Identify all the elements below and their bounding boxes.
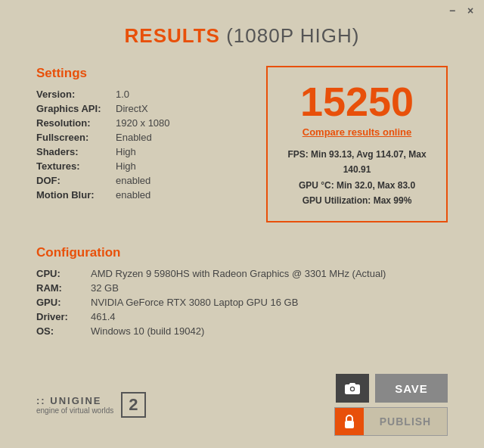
- screenshot-button[interactable]: [336, 374, 369, 403]
- config-label-os: OS:: [36, 325, 91, 337]
- settings-label-dof: DOF:: [36, 175, 116, 186]
- config-row-cpu: CPU: AMD Ryzen 9 5980HS with Radeon Grap…: [36, 268, 448, 279]
- gpu-util-stat: GPU Utilization: Max 99%: [283, 193, 431, 208]
- score-number: 15250: [283, 81, 431, 122]
- logo-brand: :: UNIGINE: [36, 395, 113, 406]
- settings-value-shaders: High: [116, 146, 136, 157]
- settings-label-fullscreen: Fullscreen:: [36, 132, 116, 143]
- settings-table: Version: 1.0 Graphics API: DirectX Resol…: [36, 89, 251, 201]
- svg-rect-2: [345, 421, 354, 428]
- config-value-driver: 461.4: [91, 311, 116, 322]
- results-word: RESULTS: [125, 24, 220, 47]
- score-stats: FPS: Min 93.13, Avg 114.07, Max 140.91 G…: [283, 147, 431, 209]
- settings-row-dof: DOF: enabled: [36, 175, 251, 186]
- fps-stat: FPS: Min 93.13, Avg 114.07, Max 140.91: [283, 147, 431, 178]
- settings-label-version: Version:: [36, 89, 116, 100]
- config-row-gpu: GPU: NVIDIA GeForce RTX 3080 Laptop GPU …: [36, 297, 448, 308]
- settings-heading: Settings: [36, 66, 251, 81]
- settings-label-api: Graphics API:: [36, 103, 116, 114]
- config-value-os: Windows 10 (build 19042): [91, 325, 204, 337]
- bottom-bar: :: UNIGINE engine of virtual worlds 2 SA…: [0, 365, 484, 448]
- lock-icon: [335, 407, 364, 436]
- settings-label-resolution: Resolution:: [36, 117, 116, 129]
- settings-row-textures: Textures: High: [36, 160, 251, 172]
- config-row-os: OS: Windows 10 (build 19042): [36, 325, 448, 337]
- gpu-temp-stat: GPU °C: Min 32.0, Max 83.0: [283, 178, 431, 193]
- settings-value-resolution: 1920 x 1080: [116, 117, 170, 129]
- lock-svg: [343, 414, 356, 429]
- config-row-ram: RAM: 32 GB: [36, 282, 448, 294]
- logo-dots: ::: [36, 395, 50, 406]
- settings-section: Settings Version: 1.0 Graphics API: Dire…: [36, 66, 251, 204]
- config-value-cpu: AMD Ryzen 9 5980HS with Radeon Graphics …: [91, 268, 386, 279]
- publish-label: PUBLISH: [364, 415, 447, 428]
- settings-value-dof: enabled: [116, 175, 150, 186]
- config-row-driver: Driver: 461.4: [36, 311, 448, 322]
- config-value-ram: 32 GB: [91, 282, 119, 294]
- configuration-section: Configuration CPU: AMD Ryzen 9 5980HS wi…: [36, 245, 448, 337]
- logo-area: :: UNIGINE engine of virtual worlds 2: [36, 392, 146, 418]
- preset-detail: (1080P HIGH): [226, 24, 359, 47]
- main-window: − × RESULTS (1080P HIGH) Settings Versio…: [0, 0, 484, 448]
- settings-row-shaders: Shaders: High: [36, 146, 251, 157]
- main-content: RESULTS (1080P HIGH) Settings Version: 1…: [0, 0, 484, 355]
- settings-value-textures: High: [116, 160, 136, 172]
- camera-icon: [344, 381, 361, 395]
- settings-value-version: 1.0: [116, 89, 129, 100]
- configuration-heading: Configuration: [36, 245, 448, 260]
- config-label-ram: RAM:: [36, 282, 91, 294]
- compare-results-link[interactable]: Compare results online: [283, 126, 431, 138]
- settings-value-api: DirectX: [116, 103, 148, 114]
- save-button[interactable]: SAVE: [375, 374, 448, 403]
- svg-point-1: [351, 387, 354, 390]
- two-column-layout: Settings Version: 1.0 Graphics API: Dire…: [36, 66, 448, 222]
- configuration-table: CPU: AMD Ryzen 9 5980HS with Radeon Grap…: [36, 268, 448, 337]
- logo-text: :: UNIGINE engine of virtual worlds: [36, 395, 113, 415]
- score-box: 15250 Compare results online FPS: Min 93…: [266, 66, 448, 222]
- top-btn-row: SAVE: [336, 374, 448, 403]
- publish-button[interactable]: PUBLISH: [334, 407, 448, 436]
- settings-label-shaders: Shaders:: [36, 146, 116, 157]
- logo-number-box: 2: [121, 392, 145, 418]
- logo-sub: engine of virtual worlds: [36, 406, 113, 415]
- page-title: RESULTS (1080P HIGH): [36, 24, 448, 48]
- settings-row-fullscreen: Fullscreen: Enabled: [36, 132, 251, 143]
- settings-label-textures: Textures:: [36, 160, 116, 172]
- config-label-driver: Driver:: [36, 311, 91, 322]
- logo-name: UNIGINE: [50, 395, 101, 406]
- settings-row-api: Graphics API: DirectX: [36, 103, 251, 114]
- settings-row-version: Version: 1.0: [36, 89, 251, 100]
- settings-value-fullscreen: Enabled: [116, 132, 152, 143]
- settings-row-motionblur: Motion Blur: enabled: [36, 189, 251, 201]
- settings-label-motionblur: Motion Blur:: [36, 189, 116, 201]
- config-label-cpu: CPU:: [36, 268, 91, 279]
- settings-row-resolution: Resolution: 1920 x 1080: [36, 117, 251, 129]
- action-buttons: SAVE PUBLISH: [334, 374, 448, 436]
- settings-value-motionblur: enabled: [116, 189, 150, 201]
- config-label-gpu: GPU:: [36, 297, 91, 308]
- bottom-btn-row: PUBLISH: [334, 407, 448, 436]
- config-value-gpu: NVIDIA GeForce RTX 3080 Laptop GPU 16 GB: [91, 297, 298, 308]
